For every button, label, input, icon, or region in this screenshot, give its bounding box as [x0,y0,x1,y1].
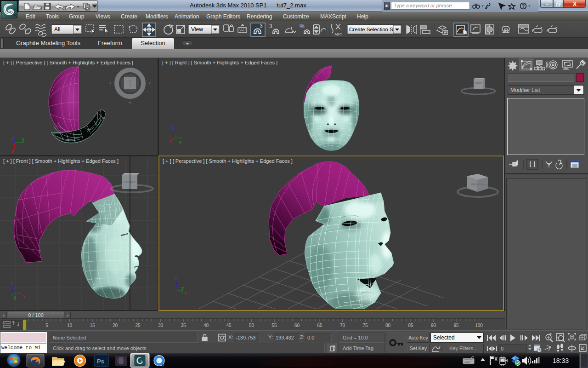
svg-text:z: z [12,136,14,141]
svg-text:5: 5 [45,323,48,328]
svg-text:z: z [11,280,13,285]
svg-text:30: 30 [158,323,164,328]
svg-text:50: 50 [249,323,254,328]
svg-text:40: 40 [204,323,209,328]
svg-text:All: All [54,26,60,33]
svg-text:x: x [12,149,14,154]
svg-text:85: 85 [408,323,414,328]
svg-text:y: y [181,286,184,291]
svg-text:25: 25 [136,323,141,328]
svg-text:y: y [14,295,16,300]
svg-text:y: y [22,137,24,142]
svg-text:75: 75 [363,323,368,328]
svg-text:0: 0 [501,346,503,351]
svg-text:20: 20 [113,323,118,328]
svg-text:RIGHT: RIGHT [475,81,483,84]
svg-text:View: View [191,26,203,33]
svg-text:65: 65 [317,323,323,328]
svg-text:X: X [573,1,577,7]
svg-text:ABC: ABC [334,32,342,36]
svg-text:100: 100 [475,323,483,328]
svg-text:90: 90 [431,323,436,328]
svg-text:x: x [23,294,25,299]
svg-text:?: ? [522,4,525,9]
svg-text:Create Selection Se: Create Selection Se [349,27,396,32]
svg-text:x: x [169,138,171,144]
svg-text:Ps: Ps [97,358,104,365]
svg-text:35: 35 [181,323,187,328]
svg-text:z: z [175,276,177,281]
svg-text:70: 70 [340,323,345,328]
svg-text:15: 15 [90,323,96,328]
svg-text:55: 55 [272,323,277,328]
svg-text:10: 10 [67,323,73,328]
svg-text:y: y [179,139,181,144]
svg-text:95: 95 [454,323,459,328]
svg-text:%: % [300,23,305,29]
svg-text:45: 45 [226,323,232,328]
svg-text:FRONT: FRONT [471,183,481,186]
svg-text:80: 80 [385,323,391,328]
svg-text:x: x [184,290,187,295]
svg-text:3: 3 [260,23,263,29]
svg-text:z: z [172,125,174,130]
svg-text:60: 60 [294,323,300,328]
svg-text:3: 3 [269,23,272,29]
svg-text:18:33: 18:33 [553,357,569,364]
svg-text:TOP: TOP [128,80,132,87]
